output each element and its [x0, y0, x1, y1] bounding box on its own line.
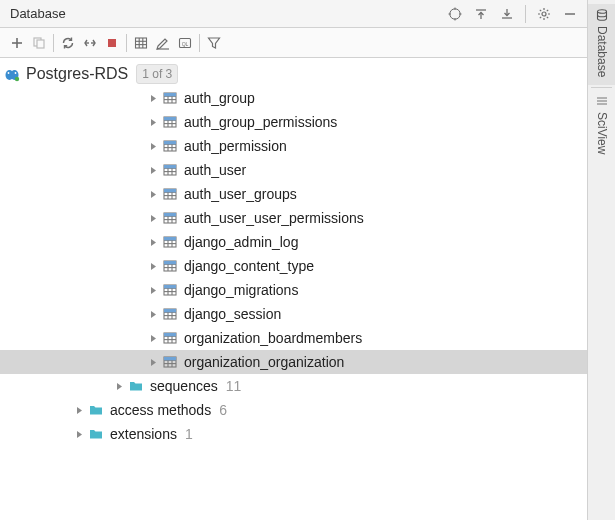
folder-label: access methods: [110, 402, 211, 418]
duplicate-icon[interactable]: [28, 32, 50, 54]
chevron-right-icon[interactable]: [146, 235, 160, 249]
tree-table-row[interactable]: organization_boardmembers: [0, 326, 587, 350]
folder-count: 6: [219, 402, 227, 418]
refresh-icon[interactable]: [57, 32, 79, 54]
separator: [199, 34, 200, 52]
collapse-all-icon[interactable]: [496, 3, 518, 25]
folder-icon: [128, 378, 144, 394]
table-icon: [162, 330, 178, 346]
svg-rect-114: [164, 333, 176, 336]
chevron-right-icon[interactable]: [146, 139, 160, 153]
svg-rect-65: [164, 165, 176, 168]
svg-rect-121: [164, 357, 176, 360]
svg-line-14: [540, 9, 541, 10]
svg-marker-115: [151, 359, 156, 366]
chevron-right-icon[interactable]: [146, 355, 160, 369]
folder-icon: [88, 426, 104, 442]
tree-table-row[interactable]: django_content_type: [0, 254, 587, 278]
filter-icon[interactable]: [203, 32, 225, 54]
table-label: django_admin_log: [184, 234, 298, 250]
chevron-right-icon[interactable]: [146, 91, 160, 105]
tree-table-row[interactable]: organization_organization: [0, 350, 587, 374]
tree-table-row[interactable]: auth_user_user_permissions: [0, 206, 587, 230]
svg-marker-101: [151, 311, 156, 318]
tree-table-row[interactable]: auth_user_groups: [0, 182, 587, 206]
minimize-icon[interactable]: [559, 3, 581, 25]
panel-title: Database: [10, 6, 444, 21]
chevron-right-icon[interactable]: [146, 163, 160, 177]
tree-folder-row[interactable]: sequences11: [0, 374, 587, 398]
svg-marker-38: [151, 95, 156, 102]
table-label: django_session: [184, 306, 281, 322]
folder-icon: [88, 402, 104, 418]
chevron-right-icon[interactable]: [146, 283, 160, 297]
folder-count: 11: [226, 378, 242, 394]
svg-point-125: [597, 10, 606, 14]
postgres-icon: [4, 66, 20, 82]
tree-table-row[interactable]: auth_group: [0, 86, 587, 110]
separator: [525, 5, 526, 23]
chevron-right-icon[interactable]: [72, 427, 86, 441]
svg-point-0: [450, 8, 460, 18]
table-label: auth_permission: [184, 138, 287, 154]
chevron-right-icon[interactable]: [146, 259, 160, 273]
sidebar-tab-sciview[interactable]: SciView: [588, 90, 615, 162]
chevron-right-icon[interactable]: [146, 211, 160, 225]
table-icon: [162, 258, 178, 274]
tree-table-row[interactable]: django_admin_log: [0, 230, 587, 254]
svg-rect-24: [136, 38, 147, 48]
tree-root-row[interactable]: Postgres-RDS 1 of 3: [0, 62, 587, 86]
sidebar-tab-database[interactable]: Database: [588, 4, 615, 85]
table-label: auth_user_groups: [184, 186, 297, 202]
svg-line-17: [547, 9, 548, 10]
tree-table-row[interactable]: auth_user: [0, 158, 587, 182]
tree-table-row[interactable]: django_migrations: [0, 278, 587, 302]
svg-rect-23: [108, 39, 116, 47]
sql-console-icon[interactable]: QL: [174, 32, 196, 54]
tree-table-row[interactable]: auth_group_permissions: [0, 110, 587, 134]
table-label: django_content_type: [184, 258, 314, 274]
separator: [591, 87, 613, 88]
svg-point-36: [15, 72, 17, 74]
svg-marker-66: [151, 191, 156, 198]
separator: [126, 34, 127, 52]
gear-icon[interactable]: [533, 3, 555, 25]
svg-marker-87: [151, 263, 156, 270]
svg-marker-59: [151, 167, 156, 174]
svg-marker-122: [117, 383, 122, 390]
table-label: auth_group_permissions: [184, 114, 337, 130]
stop-icon[interactable]: [101, 32, 123, 54]
database-tree[interactable]: Postgres-RDS 1 of 3 auth_groupauth_group…: [0, 58, 587, 520]
header-icon-group: [444, 3, 581, 25]
table-label: organization_organization: [184, 354, 344, 370]
table-icon: [162, 354, 178, 370]
svg-point-37: [15, 77, 19, 81]
add-icon[interactable]: [6, 32, 28, 54]
toolbar: QL: [0, 28, 587, 58]
svg-marker-80: [151, 239, 156, 246]
chevron-right-icon[interactable]: [112, 379, 126, 393]
chevron-right-icon[interactable]: [146, 187, 160, 201]
right-sidebar: Database SciView: [587, 0, 615, 520]
chevron-right-icon[interactable]: [146, 307, 160, 321]
table-view-icon[interactable]: [130, 32, 152, 54]
svg-rect-72: [164, 189, 176, 192]
table-icon: [162, 210, 178, 226]
svg-marker-32: [209, 38, 220, 48]
crosshair-icon[interactable]: [444, 3, 466, 25]
tree-table-row[interactable]: auth_permission: [0, 134, 587, 158]
tree-folder-row[interactable]: extensions1: [0, 422, 587, 446]
tree-table-row[interactable]: django_session: [0, 302, 587, 326]
expand-all-icon[interactable]: [470, 3, 492, 25]
svg-text:QL: QL: [182, 40, 189, 46]
schema-count-badge[interactable]: 1 of 3: [136, 64, 178, 84]
disconnect-icon[interactable]: [79, 32, 101, 54]
sidebar-tab-label: Database: [595, 26, 609, 77]
tree-folder-row[interactable]: access methods6: [0, 398, 587, 422]
chevron-right-icon[interactable]: [72, 403, 86, 417]
svg-rect-93: [164, 261, 176, 264]
chevron-right-icon[interactable]: [146, 331, 160, 345]
edit-icon[interactable]: [152, 32, 174, 54]
chevron-right-icon[interactable]: [146, 115, 160, 129]
svg-marker-94: [151, 287, 156, 294]
